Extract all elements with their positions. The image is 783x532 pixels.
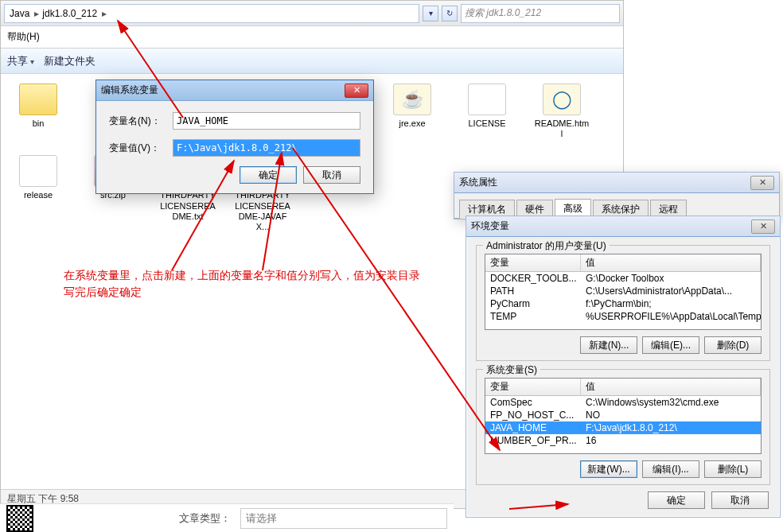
envdlg-titlebar[interactable]: 环境变量 ✕ <box>466 216 780 237</box>
table-row[interactable]: NUMBER_OF_PR...16 <box>485 434 761 447</box>
table-row[interactable]: PyCharmf:\PyCharm\bin; <box>485 297 761 310</box>
var-value-input[interactable] <box>173 139 360 157</box>
java-icon: ☕ <box>393 83 431 115</box>
file-label: THIRDPARTYLICENSEREADME.txt <box>160 190 216 222</box>
user-vars-table[interactable]: 变量 值 DOCKER_TOOLB...G:\Docker Toolbox PA… <box>485 254 762 330</box>
article-type-select[interactable] <box>240 508 447 529</box>
var-name-input[interactable] <box>173 112 360 130</box>
file-item-license[interactable]: LICENSE <box>459 83 515 139</box>
var-value-label: 变量值(V)： <box>109 142 173 155</box>
search-placeholder: 搜索 jdk1.8.0_212 <box>465 6 541 20</box>
dropdown-icon[interactable]: ▾ <box>423 6 438 21</box>
bottom-strip: 文章类型： <box>0 503 454 532</box>
sys-vars-group: 系统变量(S) 变量 值 ComSpecC:\Windows\system32\… <box>476 369 770 485</box>
user-vars-legend: Administrator 的用户变量(U) <box>483 239 610 253</box>
dialog-titlebar[interactable]: 编辑系统变量 ✕ <box>96 80 373 101</box>
table-header: 变量 值 <box>485 379 761 396</box>
breadcrumb-seg-java[interactable]: Java <box>10 8 29 19</box>
file-icon <box>19 155 57 187</box>
dialog-body: 变量名(N)： 变量值(V)： 确定 取消 <box>96 101 373 193</box>
cancel-button[interactable]: 取消 <box>303 166 360 184</box>
close-icon[interactable]: ✕ <box>751 219 775 234</box>
file-item-readme[interactable]: ◯README.html <box>534 83 590 139</box>
col-value: 值 <box>581 254 761 271</box>
sys-delete-button[interactable]: 删除(L) <box>704 460 762 478</box>
close-icon[interactable]: ✕ <box>345 83 368 98</box>
sys-new-button[interactable]: 新建(W)... <box>580 460 637 478</box>
sys-vars-legend: 系统变量(S) <box>483 363 540 377</box>
system-properties-window: 系统属性 ✕ 计算机名 硬件 高级 系统保护 远程 环境变量 ✕ Adminis… <box>454 172 780 219</box>
address-bar: Java ▸ jdk1.8.0_212 ▸ ▾ ↻ 搜索 jdk1.8.0_21… <box>1 1 623 26</box>
close-icon[interactable]: ✕ <box>750 176 774 190</box>
menu-help[interactable]: 帮助(H) <box>7 30 40 44</box>
sysprop-titlebar[interactable]: 系统属性 ✕ <box>454 173 779 193</box>
file-label: LICENSE <box>468 118 505 129</box>
file-label: bin <box>33 118 45 129</box>
file-icon <box>468 83 506 115</box>
sys-vars-table[interactable]: 变量 值 ComSpecC:\Windows\system32\cmd.exe … <box>485 378 762 454</box>
user-new-button[interactable]: 新建(N)... <box>580 336 637 354</box>
file-label: README.html <box>534 118 590 139</box>
user-edit-button[interactable]: 编辑(E)... <box>642 336 699 354</box>
sys-edit-button[interactable]: 编辑(I)... <box>642 460 699 478</box>
ok-button[interactable]: 确定 <box>240 166 297 184</box>
file-item-release[interactable]: release <box>10 155 66 232</box>
col-variable: 变量 <box>485 379 581 395</box>
toolbar: 共享 新建文件夹 <box>1 49 623 74</box>
envdlg-cancel-button[interactable]: 取消 <box>711 491 769 509</box>
file-item-bin[interactable]: bin <box>10 83 66 139</box>
search-input[interactable]: 搜索 jdk1.8.0_212 <box>461 4 620 23</box>
refresh-icon[interactable]: ↻ <box>442 6 458 21</box>
annotation-text: 在系统变量里，点击新建，上面的变量名字和值分别写入，值为安装目录 写完后确定确定 <box>64 267 462 301</box>
col-variable: 变量 <box>485 254 581 271</box>
toolbar-share[interactable]: 共享 <box>7 54 34 68</box>
table-row[interactable]: TEMP%USERPROFILE%\AppData\Local\Temp <box>485 310 761 323</box>
chevron-right-icon: ▸ <box>102 8 107 19</box>
file-label: release <box>24 190 53 200</box>
chevron-right-icon: ▸ <box>34 8 39 19</box>
table-row[interactable]: FP_NO_HOST_C...NO <box>485 409 761 421</box>
sysprop-title: 系统属性 <box>459 176 750 189</box>
file-item-jre[interactable]: ☕jre.exe <box>384 83 440 139</box>
table-header: 变量 值 <box>485 254 761 272</box>
user-vars-group: Administrator 的用户变量(U) 变量 值 DOCKER_TOOLB… <box>476 245 770 361</box>
var-name-label: 变量名(N)： <box>109 115 173 128</box>
qr-icon <box>6 505 33 532</box>
folder-icon <box>19 83 57 115</box>
table-row-selected[interactable]: JAVA_HOMEF:\Java\jdk1.8.0_212\ <box>485 421 761 434</box>
file-label: THIRDPARTYLICENSEREADME-JAVAFX... <box>235 190 290 232</box>
table-row[interactable]: ComSpecC:\Windows\system32\cmd.exe <box>485 396 761 409</box>
table-row[interactable]: DOCKER_TOOLB...G:\Docker Toolbox <box>485 272 761 285</box>
menu-bar: 帮助(H) <box>1 26 623 49</box>
article-type-label: 文章类型： <box>179 511 231 526</box>
dialog-title: 编辑系统变量 <box>101 83 345 97</box>
col-value: 值 <box>581 379 761 395</box>
browser-icon: ◯ <box>543 83 581 115</box>
toolbar-new-folder[interactable]: 新建文件夹 <box>44 54 95 68</box>
envdlg-title: 环境变量 <box>471 219 751 233</box>
file-label: jre.exe <box>399 118 425 129</box>
table-row[interactable]: PATHC:\Users\Administrator\AppData\... <box>485 285 761 297</box>
breadcrumb[interactable]: Java ▸ jdk1.8.0_212 ▸ <box>4 4 419 23</box>
user-delete-button[interactable]: 删除(D) <box>704 336 762 354</box>
breadcrumb-seg-jdk[interactable]: jdk1.8.0_212 <box>42 8 97 19</box>
edit-variable-dialog: 编辑系统变量 ✕ 变量名(N)： 变量值(V)： 确定 取消 <box>95 80 374 194</box>
env-vars-dialog: 环境变量 ✕ Administrator 的用户变量(U) 变量 值 DOCKE… <box>466 216 781 518</box>
envdlg-ok-button[interactable]: 确定 <box>648 491 705 509</box>
